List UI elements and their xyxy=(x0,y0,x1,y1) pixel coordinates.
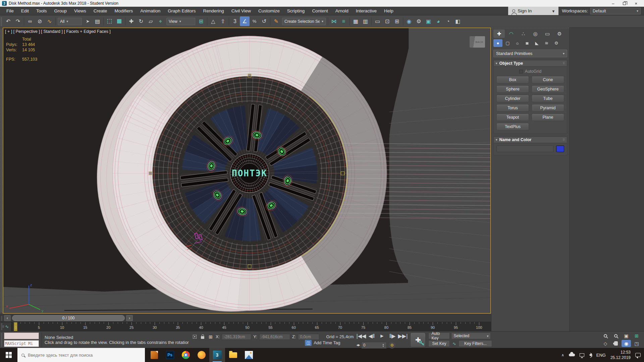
taskbar-app-chrome[interactable] xyxy=(178,348,194,362)
viewport-dock-grip[interactable] xyxy=(0,27,3,314)
viewcube[interactable]: BACK xyxy=(470,36,485,48)
named-selection-sets-dropdown[interactable]: Create Selection Se▾ xyxy=(282,18,326,25)
tray-expand-chevron[interactable]: ∧ xyxy=(561,353,564,357)
play-button[interactable]: ▶ xyxy=(377,331,387,341)
network-icon[interactable] xyxy=(580,353,584,357)
track-bar-grip[interactable] xyxy=(1,323,2,330)
workspace-dropdown[interactable]: Default ▾ xyxy=(590,8,641,14)
tab-modify[interactable]: ◠ xyxy=(505,29,517,38)
start-button[interactable] xyxy=(0,348,17,362)
key-step-arrows[interactable]: ◀▶ xyxy=(356,344,360,347)
menu-interactive[interactable]: Interactive xyxy=(352,7,380,15)
taskbar-search[interactable] xyxy=(17,348,145,362)
auto-key-button[interactable]: Auto Key xyxy=(428,333,450,339)
primitive-button-cone[interactable]: Cone xyxy=(532,76,564,83)
volume-icon[interactable] xyxy=(589,353,592,357)
status-bar-grip[interactable] xyxy=(1,333,2,347)
schematic-view-icon[interactable]: ⊞ xyxy=(392,16,402,26)
edit-named-selection-sets-icon[interactable]: ✎ xyxy=(271,16,281,26)
next-frame-button[interactable]: ‖▶ xyxy=(387,331,397,341)
category-geometry[interactable]: ● xyxy=(493,39,502,47)
primitive-button-torus[interactable]: Torus xyxy=(496,104,529,112)
category-systems[interactable]: ⚙ xyxy=(552,39,561,47)
track-ruler[interactable]: 0510152025303540455055606570758085909510… xyxy=(11,322,491,331)
tab-hierarchy[interactable]: ∴ xyxy=(518,29,529,38)
snaps-toggle-3d-icon[interactable]: 3 xyxy=(230,16,240,26)
current-frame-marker[interactable] xyxy=(14,322,17,331)
unlink-selection-icon[interactable]: ⊘ xyxy=(35,16,45,26)
primitive-button-cylinder[interactable]: Cylinder xyxy=(496,95,529,102)
select-and-place-icon[interactable]: ⌖ xyxy=(156,16,165,26)
menu-help[interactable]: Help xyxy=(380,7,397,15)
set-keys-button[interactable]: ✚ xyxy=(410,333,426,347)
menu-edit[interactable]: Edit xyxy=(17,7,33,15)
select-and-link-icon[interactable]: ∞ xyxy=(25,16,35,26)
restore-button[interactable] xyxy=(623,2,626,5)
set-key-button[interactable]: Set Key xyxy=(428,340,450,347)
taskbar-app-explorer[interactable] xyxy=(225,348,241,362)
category-cameras[interactable]: ◙ xyxy=(523,39,532,47)
object-color-swatch[interactable] xyxy=(556,145,564,152)
menu-rendering[interactable]: Rendering xyxy=(200,7,228,15)
onedrive-icon[interactable] xyxy=(569,354,575,356)
tab-display[interactable]: ▭ xyxy=(542,29,553,38)
zoom-all-icon[interactable] xyxy=(611,332,621,339)
use-pivot-point-center-icon[interactable]: ⊞ xyxy=(196,16,206,26)
minimize-button[interactable]: – xyxy=(612,1,614,6)
viewport-canvas[interactable]: ПОНТЭКxyz xyxy=(3,28,490,313)
category-helpers[interactable]: ◣ xyxy=(532,39,541,47)
menu-modifiers[interactable]: Modifiers xyxy=(111,7,137,15)
zoom-extents-all-icon[interactable]: ⊞ xyxy=(632,332,641,339)
time-slider-grip[interactable] xyxy=(1,315,2,320)
object-name-field[interactable] xyxy=(496,145,553,152)
taskbar-app-3dsmax[interactable]: 3 xyxy=(209,348,225,362)
toggle-scene-explorer-icon[interactable]: ▦ xyxy=(351,16,361,26)
select-and-rotate-icon[interactable]: ↻ xyxy=(136,16,146,26)
toggle-layer-explorer-icon[interactable]: ▥ xyxy=(361,16,370,26)
menu-animation[interactable]: Animation xyxy=(137,7,164,15)
rendered-frame-window-icon[interactable]: ▣ xyxy=(424,16,433,26)
select-and-manipulate-icon[interactable]: △ xyxy=(208,16,218,26)
percent-snap-toggle-icon[interactable]: % xyxy=(250,16,259,26)
reference-coordinate-system-dropdown[interactable]: View▾ xyxy=(166,18,195,25)
object-type-rollout-header[interactable]: ▾ Object Type ⠿ xyxy=(493,60,567,67)
close-button[interactable]: × xyxy=(635,1,637,6)
absolute-mode-transform-icon[interactable]: ⊞ xyxy=(208,334,214,340)
orbit-icon[interactable]: ◉ xyxy=(622,340,631,347)
autogrid-checkbox[interactable]: AutoGrid xyxy=(496,69,564,74)
menu-civil-view[interactable]: Civil View xyxy=(228,7,255,15)
clock[interactable]: 12:53 25.12.2019 xyxy=(610,350,631,360)
undo-icon[interactable]: ↶ xyxy=(3,16,13,26)
render-setup-icon[interactable]: ⚙ xyxy=(414,16,424,26)
mirror-icon[interactable]: ⋈ xyxy=(329,16,339,26)
maxscript-mini-listener[interactable]: MAXScript Mi xyxy=(4,340,39,347)
language-indicator[interactable]: ENG xyxy=(596,353,606,358)
render-in-cloud-icon[interactable]: ◔ xyxy=(443,16,453,26)
viewport-label[interactable]: [ + ] [ Perspective ] [ Standard ] [ Fac… xyxy=(5,29,111,34)
frame-spinner[interactable]: ▴▾ xyxy=(383,343,387,347)
redo-icon[interactable]: ↷ xyxy=(13,16,23,26)
selection-lock-toggle[interactable] xyxy=(200,334,206,340)
category-shapes[interactable]: ▢ xyxy=(503,39,512,47)
menu-scripting[interactable]: Scripting xyxy=(283,7,309,15)
primitive-family-dropdown[interactable]: Standard Primitives ▾ xyxy=(493,50,567,57)
pan-icon[interactable] xyxy=(611,340,621,347)
sign-in-button[interactable]: Sign In ▾ xyxy=(508,7,558,15)
zoom-region-icon[interactable]: ◇ xyxy=(601,340,610,347)
primitive-button-sphere[interactable]: Sphere xyxy=(496,85,529,93)
taskbar-app-notes[interactable] xyxy=(146,348,162,362)
bind-to-space-warp-icon[interactable]: ∿ xyxy=(45,16,54,26)
y-coordinate-field[interactable] xyxy=(259,334,290,340)
menu-customize[interactable]: Customize xyxy=(255,7,283,15)
time-configuration-button[interactable]: ⚙ xyxy=(389,342,395,349)
select-and-scale-icon[interactable]: ▱ xyxy=(146,16,156,26)
material-editor-icon[interactable]: ◉ xyxy=(404,16,414,26)
key-filter-icon[interactable]: ∿ xyxy=(451,341,457,346)
render-production-icon[interactable]: ◕ xyxy=(433,16,443,26)
maximize-viewport-icon[interactable]: ◳ xyxy=(632,340,641,347)
taskbar-app-photoshop[interactable]: Ps xyxy=(162,348,178,362)
menu-views[interactable]: Views xyxy=(70,7,90,15)
taskbar-app-orange[interactable] xyxy=(194,348,209,362)
key-filters-button[interactable]: Key Filters... xyxy=(459,340,492,347)
selection-filter-dropdown[interactable]: All▾ xyxy=(58,18,82,25)
